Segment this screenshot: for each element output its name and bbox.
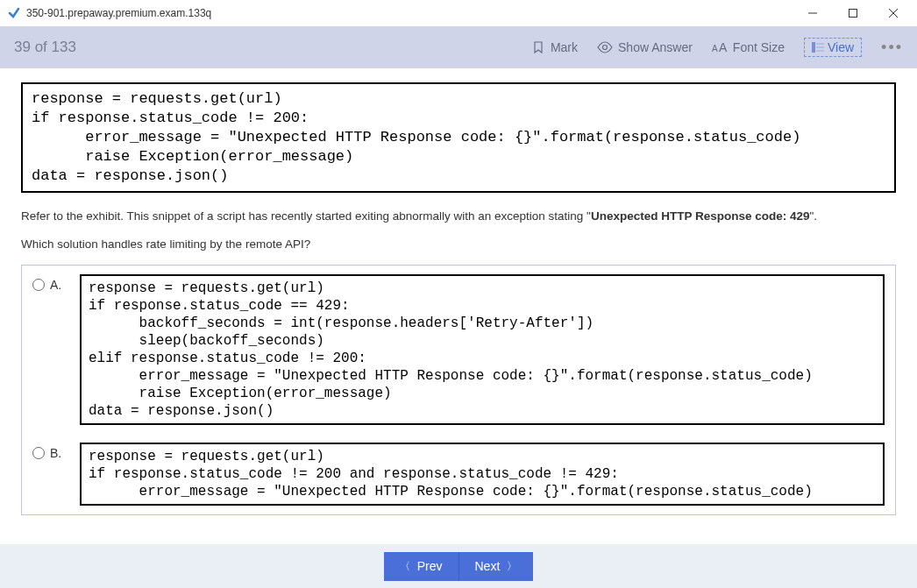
radio-a-wrap[interactable]: A. (32, 274, 71, 292)
svg-text:A: A (719, 40, 728, 54)
toolbar-actions: Mark Show Answer AA Font Size View ••• (531, 38, 903, 57)
next-button[interactable]: Next 〉 (459, 552, 534, 581)
prev-button[interactable]: 〈 Prev (384, 552, 459, 581)
exhibit-code: response = requests.get(url) if response… (21, 82, 896, 193)
radio-b[interactable] (32, 447, 45, 459)
svg-rect-8 (816, 43, 824, 45)
answer-a-label: A. (50, 278, 61, 292)
answer-b-label: B. (50, 446, 61, 460)
show-answer-label: Show Answer (618, 40, 693, 54)
show-answer-button[interactable]: Show Answer (597, 40, 693, 54)
svg-rect-10 (816, 50, 824, 52)
answer-b-code: response = requests.get(url) if response… (80, 443, 885, 506)
mark-button[interactable]: Mark (531, 40, 578, 54)
radio-b-wrap[interactable]: B. (32, 443, 71, 460)
footer-nav: 〈 Prev Next 〉 (0, 544, 917, 588)
radio-a[interactable] (32, 279, 45, 291)
answer-option-a[interactable]: A. response = requests.get(url) if respo… (22, 266, 895, 434)
question-intro: Refer to the exhibit. This snippet of a … (21, 209, 896, 225)
maximize-button[interactable] (833, 0, 873, 26)
view-button[interactable]: View (804, 38, 862, 57)
svg-text:A: A (712, 44, 718, 53)
eye-icon (597, 40, 613, 54)
window-controls (793, 0, 913, 26)
view-label: View (828, 40, 854, 54)
font-size-label: Font Size (733, 40, 785, 54)
question-intro-prefix: Refer to the exhibit. This snippet of a … (21, 209, 591, 223)
more-button[interactable]: ••• (881, 39, 903, 57)
app-icon (7, 6, 21, 20)
svg-rect-7 (812, 42, 815, 53)
answer-a-code: response = requests.get(url) if response… (80, 274, 885, 425)
font-size-button[interactable]: AA Font Size (712, 40, 785, 54)
chevron-right-icon: 〉 (507, 559, 517, 574)
answers-box: A. response = requests.get(url) if respo… (21, 265, 896, 515)
minimize-button[interactable] (793, 0, 833, 26)
titlebar-left: 350-901.prepaway.premium.exam.133q (7, 6, 211, 20)
toolbar: 39 of 133 Mark Show Answer AA Font Size … (0, 26, 917, 68)
answer-option-b[interactable]: B. response = requests.get(url) if respo… (22, 434, 895, 514)
view-icon (812, 42, 824, 53)
close-button[interactable] (873, 0, 913, 26)
next-label: Next (475, 559, 501, 573)
mark-label: Mark (551, 40, 578, 54)
question-counter: 39 of 133 (14, 39, 76, 56)
question-intro-suffix: ". (809, 209, 817, 223)
question-intro-bold: Unexpected HTTP Response code: 429 (591, 209, 810, 223)
chevron-left-icon: 〈 (400, 559, 410, 574)
bookmark-icon (531, 40, 545, 54)
titlebar: 350-901.prepaway.premium.exam.133q (0, 0, 917, 26)
question-sub: Which solution handles rate limiting by … (21, 237, 896, 251)
prev-label: Prev (417, 559, 443, 573)
font-size-icon: AA (712, 40, 728, 54)
window-title: 350-901.prepaway.premium.exam.133q (26, 7, 211, 19)
content-area[interactable]: response = requests.get(url) if response… (0, 68, 917, 544)
svg-rect-9 (816, 46, 824, 48)
svg-point-4 (603, 46, 608, 50)
svg-rect-1 (849, 10, 857, 18)
